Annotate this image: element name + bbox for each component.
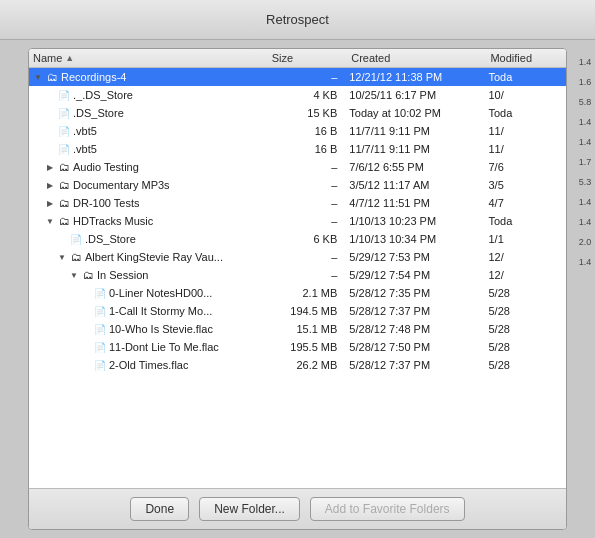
file-name-text: .DS_Store: [85, 233, 136, 245]
col-header-name[interactable]: Name ▲: [29, 52, 268, 64]
folder-icon: 🗂: [57, 178, 71, 192]
file-name-text: 0-Liner NotesHD00...: [109, 287, 212, 299]
table-row[interactable]: 📄.vbt516 B11/7/11 9:11 PM11/: [29, 140, 566, 158]
file-created-cell: 11/7/11 9:11 PM: [347, 125, 486, 137]
table-row[interactable]: 🗂HDTracks Music–1/10/13 10:23 PMToda: [29, 212, 566, 230]
table-row[interactable]: 📄2-Old Times.flac26.2 MB5/28/12 7:37 PM5…: [29, 356, 566, 374]
file-name-cell: 📄.vbt5: [29, 142, 268, 156]
file-size-cell: –: [268, 161, 348, 173]
file-modified-cell: 12/: [486, 269, 566, 281]
file-size-cell: 2.1 MB: [268, 287, 348, 299]
table-row[interactable]: 📄.DS_Store6 KB1/10/13 10:34 PM1/1: [29, 230, 566, 248]
file-name-cell: 🗂Documentary MP3s: [29, 178, 268, 192]
add-to-favorite-button[interactable]: Add to Favorite Folders: [310, 497, 465, 521]
file-name-cell: 🗂DR-100 Tests: [29, 196, 268, 210]
table-row[interactable]: 🗂Audio Testing–7/6/12 6:55 PM7/6: [29, 158, 566, 176]
file-name-cell: 📄.DS_Store: [29, 106, 268, 120]
right-label: 5.8: [579, 93, 592, 111]
folder-icon: 🗂: [57, 196, 71, 210]
file-size-cell: –: [268, 179, 348, 191]
file-name-cell: 📄2-Old Times.flac: [29, 358, 268, 372]
file-list[interactable]: 🗂Recordings-4–12/21/12 11:38 PMToda📄._.D…: [29, 68, 566, 488]
file-modified-cell: Toda: [486, 71, 566, 83]
file-created-cell: 5/29/12 7:53 PM: [347, 251, 486, 263]
file-created-cell: 5/28/12 7:48 PM: [347, 323, 486, 335]
right-label: 1.4: [579, 53, 592, 71]
file-size-cell: 15.1 MB: [268, 323, 348, 335]
file-name-text: 10-Who Is Stevie.flac: [109, 323, 213, 335]
file-icon: 📄: [69, 232, 83, 246]
collapse-icon[interactable]: [45, 216, 55, 226]
right-label: 1.4: [579, 213, 592, 231]
folder-icon: 🗂: [57, 160, 71, 174]
table-row[interactable]: 📄10-Who Is Stevie.flac15.1 MB5/28/12 7:4…: [29, 320, 566, 338]
file-size-cell: 15 KB: [268, 107, 348, 119]
file-modified-cell: 5/28: [486, 287, 566, 299]
file-created-cell: 5/28/12 7:37 PM: [347, 305, 486, 317]
sort-arrow: ▲: [65, 53, 74, 63]
file-name-cell: 🗂Audio Testing: [29, 160, 268, 174]
right-label: 1.4: [579, 193, 592, 211]
file-created-cell: 5/28/12 7:35 PM: [347, 287, 486, 299]
collapse-icon[interactable]: [69, 270, 79, 280]
file-modified-cell: 10/: [486, 89, 566, 101]
file-name-text: .vbt5: [73, 143, 97, 155]
file-name-text: 1-Call It Stormy Mo...: [109, 305, 212, 317]
file-icon: 📄: [93, 286, 107, 300]
table-row[interactable]: 🗂In Session–5/29/12 7:54 PM12/: [29, 266, 566, 284]
col-header-modified[interactable]: Modified: [486, 52, 566, 64]
table-row[interactable]: 🗂DR-100 Tests–4/7/12 11:51 PM4/7: [29, 194, 566, 212]
file-created-cell: 4/7/12 11:51 PM: [347, 197, 486, 209]
file-created-cell: 11/7/11 9:11 PM: [347, 143, 486, 155]
right-side-labels: 1.41.65.81.41.41.75.31.41.42.01.4: [575, 48, 595, 530]
file-modified-cell: 4/7: [486, 197, 566, 209]
col-header-size[interactable]: Size: [268, 52, 348, 64]
file-modified-cell: 5/28: [486, 305, 566, 317]
file-name-cell: 📄.vbt5: [29, 124, 268, 138]
app-title: Retrospect: [266, 12, 329, 27]
left-strip: [0, 48, 28, 530]
new-folder-button[interactable]: New Folder...: [199, 497, 300, 521]
col-header-created[interactable]: Created: [347, 52, 486, 64]
table-row[interactable]: 🗂Albert KingStevie Ray Vau...–5/29/12 7:…: [29, 248, 566, 266]
file-name-text: 2-Old Times.flac: [109, 359, 188, 371]
file-size-cell: 26.2 MB: [268, 359, 348, 371]
right-label: 1.4: [579, 253, 592, 271]
file-size-cell: 194.5 MB: [268, 305, 348, 317]
file-size-cell: –: [268, 197, 348, 209]
file-created-cell: 1/10/13 10:34 PM: [347, 233, 486, 245]
file-created-cell: 5/28/12 7:50 PM: [347, 341, 486, 353]
right-label: 2.0: [579, 233, 592, 251]
expand-icon[interactable]: [45, 198, 55, 208]
table-row[interactable]: 🗂Documentary MP3s–3/5/12 11:17 AM3/5: [29, 176, 566, 194]
done-button[interactable]: Done: [130, 497, 189, 521]
file-name-text: Albert KingStevie Ray Vau...: [85, 251, 223, 263]
table-row[interactable]: 📄.DS_Store15 KBToday at 10:02 PMToda: [29, 104, 566, 122]
file-created-cell: 12/21/12 11:38 PM: [347, 71, 486, 83]
file-icon: 📄: [93, 358, 107, 372]
table-row[interactable]: 📄._.DS_Store4 KB10/25/11 6:17 PM10/: [29, 86, 566, 104]
title-bar: Retrospect: [0, 0, 595, 40]
file-modified-cell: 7/6: [486, 161, 566, 173]
right-label: 1.4: [579, 113, 592, 131]
file-size-cell: –: [268, 269, 348, 281]
expand-icon[interactable]: [45, 180, 55, 190]
file-name-cell: 📄10-Who Is Stevie.flac: [29, 322, 268, 336]
file-modified-cell: Toda: [486, 107, 566, 119]
file-name-cell: 📄11-Dont Lie To Me.flac: [29, 340, 268, 354]
expand-icon[interactable]: [45, 162, 55, 172]
right-label: 1.7: [579, 153, 592, 171]
file-name-text: .DS_Store: [73, 107, 124, 119]
file-icon: 📄: [93, 304, 107, 318]
table-row[interactable]: 📄0-Liner NotesHD00...2.1 MB5/28/12 7:35 …: [29, 284, 566, 302]
file-name-text: Documentary MP3s: [73, 179, 170, 191]
file-modified-cell: 5/28: [486, 359, 566, 371]
file-created-cell: 10/25/11 6:17 PM: [347, 89, 486, 101]
collapse-icon[interactable]: [33, 72, 43, 82]
collapse-icon[interactable]: [57, 252, 67, 262]
right-label: 5.3: [579, 173, 592, 191]
table-row[interactable]: 🗂Recordings-4–12/21/12 11:38 PMToda: [29, 68, 566, 86]
table-row[interactable]: 📄11-Dont Lie To Me.flac195.5 MB5/28/12 7…: [29, 338, 566, 356]
table-row[interactable]: 📄1-Call It Stormy Mo...194.5 MB5/28/12 7…: [29, 302, 566, 320]
table-row[interactable]: 📄.vbt516 B11/7/11 9:11 PM11/: [29, 122, 566, 140]
